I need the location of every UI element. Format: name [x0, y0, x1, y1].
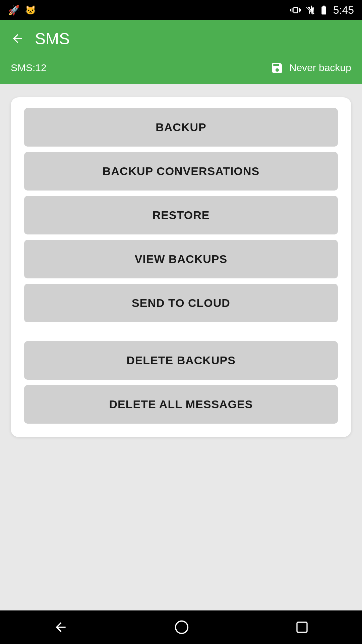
nav-recents-icon: [295, 621, 309, 634]
bottom-nav: [0, 610, 362, 644]
svg-point-0: [176, 621, 188, 634]
status-bar: 🚀 🐱 5:45: [0, 0, 362, 20]
save-icon: [270, 61, 284, 74]
backup-status: Never backup: [270, 61, 351, 74]
delete-backups-button[interactable]: DELETE BACKUPS: [24, 341, 338, 380]
delete-all-messages-button[interactable]: DELETE ALL MESSAGES: [24, 385, 338, 424]
nav-back-icon: [53, 620, 68, 635]
send-to-cloud-button[interactable]: SEND TO CLOUD: [24, 284, 338, 322]
view-backups-button[interactable]: VIEW BACKUPS: [24, 240, 338, 278]
vibrate-icon: [290, 5, 301, 15]
back-button[interactable]: [11, 32, 24, 45]
signal-off-icon: [304, 5, 315, 15]
app-bar-bottom: SMS:12 Never backup: [11, 57, 351, 84]
nav-home-icon: [174, 620, 189, 635]
main-content: BACKUP BACKUP CONVERSATIONS RESTORE VIEW…: [0, 84, 362, 610]
nav-home-button[interactable]: [174, 620, 189, 635]
status-bar-right: 5:45: [290, 4, 354, 16]
restore-button[interactable]: RESTORE: [24, 196, 338, 234]
app-bar-top: SMS: [11, 20, 351, 57]
system-icons: [290, 5, 329, 15]
status-bar-left: 🚀 🐱: [8, 5, 36, 16]
battery-icon: [318, 5, 329, 15]
android-icon: 🐱: [25, 5, 36, 15]
svg-rect-1: [297, 622, 307, 632]
app-bar: SMS SMS:12 Never backup: [0, 20, 362, 84]
status-time: 5:45: [333, 4, 354, 16]
action-card: BACKUP BACKUP CONVERSATIONS RESTORE VIEW…: [11, 97, 351, 437]
back-arrow-icon: [11, 32, 24, 45]
backup-status-label: Never backup: [289, 62, 351, 73]
rocket-icon: 🚀: [8, 5, 20, 16]
nav-recents-button[interactable]: [295, 621, 309, 634]
sms-count: SMS:12: [11, 62, 47, 73]
app-title: SMS: [35, 30, 70, 48]
nav-back-button[interactable]: [53, 620, 68, 635]
backup-conversations-button[interactable]: BACKUP CONVERSATIONS: [24, 152, 338, 191]
backup-button[interactable]: BACKUP: [24, 108, 338, 147]
spacer: [24, 328, 338, 336]
